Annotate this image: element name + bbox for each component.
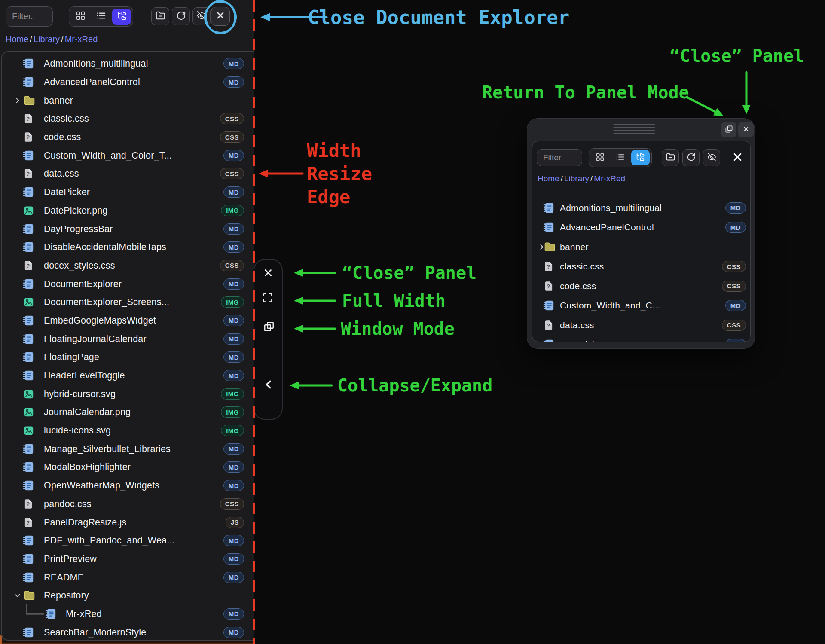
folder-tree-icon (117, 11, 127, 22)
file-name: FloatingJournalCalendar (44, 333, 147, 344)
file-name: code.css (44, 132, 81, 143)
file-row[interactable]: DatePickerMD (532, 335, 750, 342)
hide-button[interactable] (703, 149, 720, 166)
tree-connector (25, 604, 44, 616)
close-explorer-button[interactable] (728, 148, 747, 167)
notebook-icon (45, 607, 57, 620)
file-row[interactable]: DatePickerMD (2, 183, 254, 201)
breadcrumb-home[interactable]: Home (538, 174, 559, 183)
file-row[interactable]: Admonitions_multilingualMD (2, 55, 254, 73)
file-row[interactable]: ? pandoc.cssCSS (2, 495, 254, 513)
width-resize-edge[interactable] (253, 0, 255, 644)
file-row[interactable]: Custom_Width_and_Color_T...MD (2, 146, 254, 165)
file-row[interactable]: AdvancedPanelControlMD (532, 218, 750, 238)
file-row[interactable]: ? data.cssCSS (532, 315, 750, 335)
file-row[interactable]: Manage_Silverbullet_LibrariesMD (2, 440, 254, 458)
window-mode-icon (263, 321, 275, 334)
file-type-badge: MD (223, 223, 244, 235)
file-row[interactable]: ? code.cssCSS (532, 276, 750, 296)
file-type-badge: CSS (220, 113, 244, 124)
file-row[interactable]: EmbedGoogleMapsWidgetMD (2, 311, 254, 330)
file-type-badge: MD (223, 58, 244, 69)
grid-view-button[interactable] (71, 9, 90, 25)
file-row[interactable]: ? classic.cssCSS (2, 110, 254, 128)
file-question-icon: ? (543, 280, 554, 293)
file-name: docex_styles.css (44, 260, 115, 271)
file-list: Admonitions_multilingualMD AdvancedPanel… (532, 198, 750, 342)
grid-view-button[interactable] (591, 150, 609, 165)
file-row[interactable]: AdvancedPanelControlMD (2, 73, 254, 92)
file-row[interactable]: OpenWeatherMap_WidgetsMD (2, 476, 254, 495)
file-name: JournalCalendar.png (44, 407, 131, 418)
floating-explorer-window: Home/Library/Mr-xRed Admonitions_multili… (527, 118, 755, 349)
close-panel-button[interactable] (263, 267, 274, 280)
breadcrumb-mr-xred[interactable]: Mr-xRed (65, 34, 98, 44)
file-type-badge: IMG (221, 388, 244, 400)
maximize-icon (263, 293, 273, 305)
file-row[interactable]: hybrid-cursor.svgIMG (2, 385, 254, 403)
file-row[interactable]: ? docex_styles.cssCSS (2, 256, 254, 275)
breadcrumb: Home/Library/Mr-xRed (6, 34, 98, 44)
file-row[interactable]: banner (2, 91, 254, 110)
drag-handle[interactable] (613, 124, 655, 125)
chevron-right-icon[interactable] (14, 97, 21, 104)
file-row[interactable]: Repository (2, 586, 254, 605)
file-row[interactable]: FloatingJournalCalendarMD (2, 330, 254, 348)
file-type-badge: MD (223, 553, 244, 565)
new-folder-button[interactable] (151, 7, 169, 25)
file-row[interactable]: Admonitions_multilingualMD (532, 198, 750, 218)
breadcrumb-library[interactable]: Library (34, 34, 60, 44)
breadcrumb-home[interactable]: Home (6, 34, 28, 44)
list-view-button[interactable] (92, 9, 110, 25)
folder-minus-icon (666, 153, 675, 163)
filter-input[interactable] (6, 6, 53, 27)
file-row[interactable]: READMEMD (2, 568, 254, 586)
file-row[interactable]: SearchBar_ModernStyleMD (2, 623, 254, 641)
file-row[interactable]: ? code.cssCSS (2, 128, 254, 147)
file-row[interactable]: Custom_Width_and_C...MD (532, 296, 750, 316)
file-row[interactable]: ? classic.cssCSS (532, 257, 750, 277)
window-mode-button[interactable] (263, 321, 275, 334)
refresh-button[interactable] (172, 7, 190, 25)
file-row[interactable]: ? data.cssCSS (2, 165, 254, 183)
file-row[interactable]: HeaderLevelToggleMD (2, 366, 254, 385)
file-name: banner (560, 242, 589, 252)
breadcrumb-library[interactable]: Library (564, 174, 589, 183)
document-explorer-sidebar: Home/Library/Mr-xRed Admonitions_multili… (0, 0, 254, 644)
collapse-expand-button[interactable] (263, 379, 274, 392)
close-explorer-button[interactable] (211, 7, 230, 26)
close-window-button[interactable] (738, 122, 754, 137)
new-folder-button[interactable] (662, 149, 679, 166)
return-to-panel-mode-button[interactable] (721, 122, 736, 137)
tree-view-button[interactable] (112, 9, 131, 25)
annotation-resize: Resize (307, 163, 372, 184)
hide-button[interactable] (192, 7, 211, 25)
file-row[interactable]: banner (532, 237, 750, 257)
image-icon (23, 204, 34, 217)
file-question-icon: ? (23, 497, 34, 510)
file-row[interactable]: Mr-xRedMD (2, 605, 254, 623)
file-row[interactable]: DayProgressBarMD (2, 220, 254, 238)
file-row[interactable]: lucide-icons.svgIMG (2, 421, 254, 440)
file-row[interactable]: ModalBoxHighlighterMD (2, 458, 254, 476)
file-row[interactable]: DisableAccidentalMobileTapsMD (2, 238, 254, 256)
file-row[interactable]: FloatingPageMD (2, 348, 254, 366)
floating-explorer-content: Home/Library/Mr-xRed Admonitions_multili… (532, 141, 751, 342)
file-row[interactable]: DatePicker.pngIMG (2, 201, 254, 220)
filter-input[interactable] (537, 149, 582, 166)
list-view-button[interactable] (611, 150, 629, 165)
file-row[interactable]: DocumentExplorerMD (2, 275, 254, 293)
file-row[interactable]: ? PanelDragResize.jsJS (2, 513, 254, 531)
tree-view-button[interactable] (631, 150, 650, 165)
svg-text:?: ? (26, 501, 30, 507)
full-width-button[interactable] (263, 293, 273, 305)
file-row[interactable]: DocumentExplorer_Screens...IMG (2, 293, 254, 311)
file-name: classic.css (560, 261, 604, 272)
chevron-down-icon[interactable] (14, 592, 21, 599)
file-row[interactable]: JournalCalendar.pngIMG (2, 403, 254, 421)
refresh-button[interactable] (682, 149, 700, 166)
breadcrumb-mr-xred[interactable]: Mr-xRed (594, 174, 625, 183)
file-name: DayProgressBar (44, 223, 113, 234)
file-row[interactable]: PDF_with_Pandoc_and_Wea...MD (2, 531, 254, 550)
file-row[interactable]: PrintPreviewMD (2, 550, 254, 568)
